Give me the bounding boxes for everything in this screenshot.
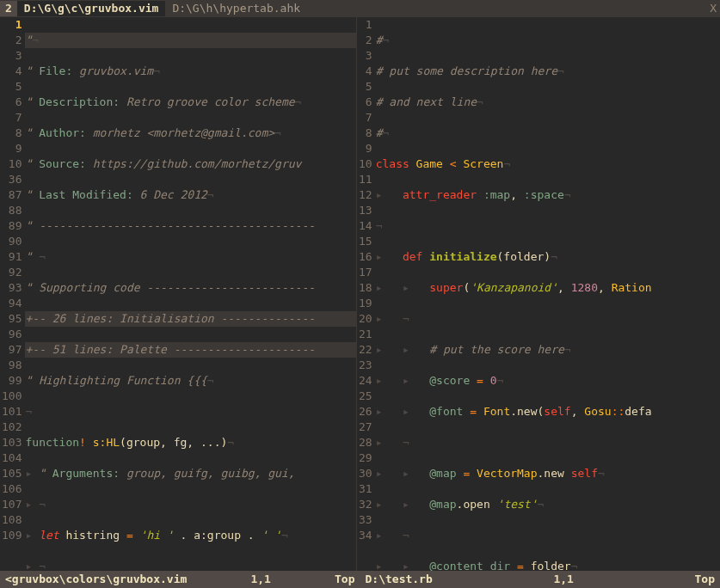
gutter-right: 1 2 3 4 5 6 7 8 9 10 11 12 13 14 15 16 1… <box>357 17 376 571</box>
status-file-left: <gruvbox\colors\gruvbox.vim <box>5 572 187 587</box>
tab-bar: 2 D:\G\g\c\gruvbox.vim D:\G\h\hypertab.a… <box>0 0 720 17</box>
status-pos-right: 1,1 <box>553 572 573 587</box>
fold-palette[interactable]: +-- 51 lines: Palette ------------------… <box>25 342 356 358</box>
tab-hypertab[interactable]: D:\G\h\hypertab.ahk <box>165 1 307 16</box>
pane-right[interactable]: 1 2 3 4 5 6 7 8 9 10 11 12 13 14 15 16 1… <box>357 17 720 571</box>
tab-gruvbox[interactable]: D:\G\g\c\gruvbox.vim <box>17 1 166 16</box>
code-right[interactable]: #¬ # put some description here¬ # and ne… <box>376 17 720 571</box>
tab-count: 2 <box>0 1 17 16</box>
status-scroll-right: Top <box>695 572 715 587</box>
code-left[interactable]: "¬ " File: gruvbox.vim¬ " Description: R… <box>25 17 356 571</box>
gutter-left: 1 2 3 4 5 6 7 8 9 10 36 87 88 89 90 91 9… <box>0 17 25 571</box>
status-file-right: D:\test.rb <box>366 572 433 587</box>
status-pos-left: 1,1 <box>250 572 270 587</box>
pane-left[interactable]: 1 2 3 4 5 6 7 8 9 10 36 87 88 89 90 91 9… <box>0 17 357 571</box>
close-icon[interactable]: X <box>710 1 717 16</box>
status-scroll-left: Top <box>335 572 354 587</box>
editor-panes: 1 2 3 4 5 6 7 8 9 10 36 87 88 89 90 91 9… <box>0 17 720 571</box>
status-bar: <gruvbox\colors\gruvbox.vim 1,1 Top D:\t… <box>0 571 720 588</box>
fold-init[interactable]: +-- 26 lines: Initialisation -----------… <box>25 311 356 327</box>
